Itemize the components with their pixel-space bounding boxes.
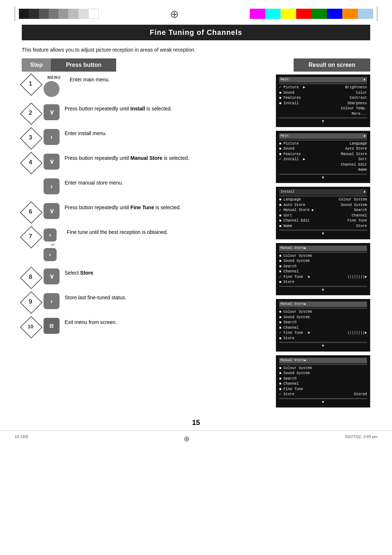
step-1-text: Enter main menu. bbox=[70, 74, 269, 84]
step-row-4: 4 ∨ Press button repeatedly until Manual… bbox=[22, 153, 269, 171]
step-2-text: Press button repeatedly until Install is… bbox=[65, 104, 269, 113]
page-title: Fine Tuning of Channels bbox=[22, 25, 370, 40]
screen-5: Manual Store▲ ■ Colour System ■ Sound Sy… bbox=[276, 299, 370, 352]
down-button-4: ∨ bbox=[44, 154, 60, 170]
screen-1-title: Main ▲ bbox=[279, 77, 367, 82]
step-number-10: 10 bbox=[22, 318, 39, 335]
step-5-text: Enter manual store menu. bbox=[65, 178, 269, 187]
tv-button-10: ⊟ bbox=[44, 318, 60, 334]
step-row-1: 1 MENU Enter main menu. bbox=[22, 74, 269, 97]
screen-2: Main ▲ ■ PictureLanguage ■ SoundAuto Sto… bbox=[276, 131, 370, 183]
screen-4: Manual Store▲ ■ Colour System ■ Sound Sy… bbox=[276, 243, 370, 296]
step-9-text: Store last fine-tuned status. bbox=[65, 292, 269, 301]
footer-left: 10-18/E bbox=[15, 434, 29, 443]
step-7-text: Fine tune until the best reception is ob… bbox=[67, 227, 269, 236]
left-reg-line bbox=[15, 7, 15, 21]
footer-crosshair: ⊕ bbox=[184, 434, 190, 443]
step-number-1: 1 bbox=[22, 75, 39, 93]
down-button-8: ∨ bbox=[44, 268, 60, 284]
main-content: Fine Tuning of Channels This feature all… bbox=[0, 25, 392, 427]
screen-2-title: Main ▲ bbox=[279, 133, 367, 139]
right-column: Main ▲ ✓ Picture ▶Brightness ■ SoundColo… bbox=[276, 74, 370, 411]
right-button-7: › bbox=[44, 228, 57, 242]
step-number-9: 9 bbox=[22, 293, 39, 311]
header-row: Step Press button Result on screen bbox=[22, 58, 370, 72]
screen-5-title: Manual Store▲ bbox=[279, 301, 367, 307]
down-button-2: ∨ bbox=[44, 104, 60, 120]
header-result-on-screen: Result on screen bbox=[294, 58, 370, 72]
menu-button-icon bbox=[44, 81, 60, 97]
step-row-5: › Enter manual store menu. bbox=[44, 178, 269, 196]
down-button-6: ∨ bbox=[44, 203, 60, 219]
page-title-text: Fine Tuning of Channels bbox=[150, 28, 242, 36]
step-row-9: 9 › Store last fine-tuned status. bbox=[22, 292, 269, 311]
step-row-7: 7 › or ‹ Fine tune until the best recept… bbox=[22, 227, 269, 261]
step-number-2: 2 bbox=[22, 104, 39, 122]
btn-stack-7: › or ‹ bbox=[44, 228, 62, 261]
screen-3-title: Install ▲ bbox=[279, 189, 367, 195]
screen-6-title: Manual Store▲ bbox=[279, 358, 367, 363]
crosshair-center: ⊕ bbox=[170, 8, 179, 20]
header-step: Step bbox=[22, 58, 51, 72]
left-column: 1 MENU Enter main menu. 2 ∨ Press button… bbox=[22, 74, 276, 411]
footer: 10-18/E ⊕ 03/27/02, 3:49 pm bbox=[0, 430, 392, 447]
footer-right: 03/27/02, 3:49 pm bbox=[345, 434, 377, 443]
screen-1: Main ▲ ✓ Picture ▶Brightness ■ SoundColo… bbox=[276, 74, 370, 127]
top-bar-container: ⊕ bbox=[0, 0, 392, 25]
step-number-3: 3 bbox=[22, 129, 39, 146]
step-row-3: 3 › Enter install menu. bbox=[22, 128, 269, 146]
right-button-5: › bbox=[44, 178, 60, 194]
step-number-8: 8 bbox=[22, 268, 39, 286]
menu-button-group: MENU bbox=[44, 75, 65, 97]
step-3-text: Enter install menu. bbox=[65, 128, 269, 137]
instructions-container: 1 MENU Enter main menu. 2 ∨ Press button… bbox=[22, 74, 370, 411]
step-4-text: Press button repeatedly until Manual Sto… bbox=[65, 153, 269, 162]
right-button-3: › bbox=[44, 129, 60, 145]
step-number-7: 7 bbox=[22, 228, 39, 245]
intro-text: This feature allows you to adjust pictur… bbox=[22, 47, 370, 53]
step-row-6: 6 ∨ Press button repeatedly until Fine T… bbox=[22, 202, 269, 220]
page-number: 15 bbox=[22, 418, 370, 427]
screen-6: Manual Store▲ ■ Colour System ■ Sound Sy… bbox=[276, 355, 370, 408]
menu-label: MENU bbox=[48, 75, 61, 80]
step-number-4: 4 bbox=[22, 154, 39, 171]
step-row-10: 10 ⊟ Exit menu from screen. bbox=[22, 317, 269, 335]
header-press-button: Press button bbox=[51, 58, 117, 72]
step-8-text: Select Store. bbox=[65, 268, 269, 277]
step-10-text: Exit menu from screen. bbox=[65, 317, 269, 326]
left-button-7: ‹ bbox=[44, 248, 57, 261]
right-reg-line bbox=[377, 7, 377, 21]
step-row-8: 8 ∨ Select Store. bbox=[22, 268, 269, 286]
color-bar-right bbox=[250, 9, 373, 19]
step-number-6: 6 bbox=[22, 203, 39, 220]
step-6-text: Press button repeatedly until Fine Tune … bbox=[65, 202, 269, 211]
step-row-2: 2 ∨ Press button repeatedly until Instal… bbox=[22, 104, 269, 122]
screen-3: Install ▲ ■ LanguageColour System ■ Auto… bbox=[276, 187, 370, 239]
screen-4-title: Manual Store▲ bbox=[279, 246, 367, 251]
color-bar-left bbox=[19, 9, 99, 19]
right-button-9: › bbox=[44, 293, 60, 309]
